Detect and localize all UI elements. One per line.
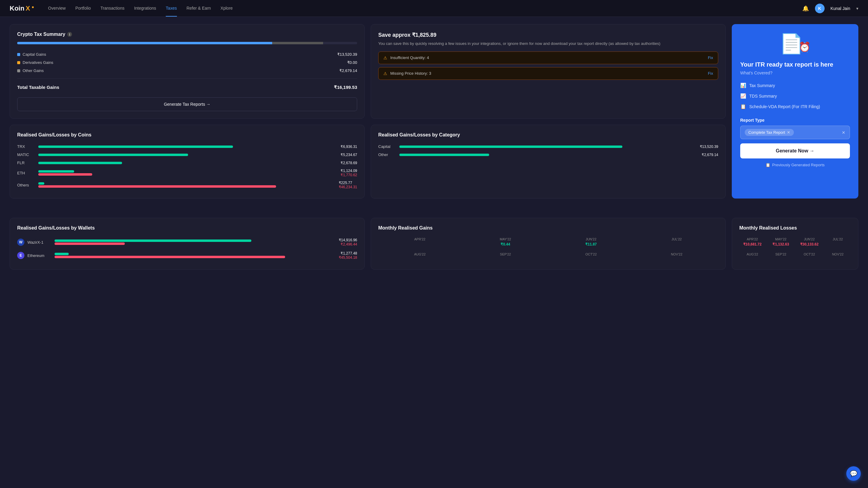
avatar: K [815,4,825,13]
wallet-row-ethereum: E Ethereum ₹1,277.48 ₹45,504.18 [17,249,357,262]
month-loss-value: ₹10,681.72 [741,242,764,247]
generate-now-button[interactable]: Generate Now → [740,143,850,158]
logo-x: X [26,4,30,12]
nav-portfolio[interactable]: Portfolio [75,0,91,17]
tax-summary-card: Crypto Tax Summary ℹ Capital Gains ₹13,5… [10,24,365,119]
generate-tax-reports-button[interactable]: Generate Tax Reports → [17,97,357,111]
bar-red-eth [38,173,92,175]
other-gains-value: ₹2,679.14 [339,68,357,73]
month-gain-value: ₹0.44 [465,242,546,247]
monthly-losses-title: Monthly Realised Losses [739,225,851,231]
chat-button[interactable]: 💬 [846,466,861,481]
fix-link-1[interactable]: Fix [708,56,713,60]
bar-green-flr [38,162,122,164]
wazirx-bar-red [55,242,125,245]
save-approx-card: Save approx ₹1,825.89 You can save this … [371,24,726,119]
alert-insufficient-quantity: ⚠ Insufficient Quantity: 4 Fix [378,52,718,64]
month-col-sep22-loss: SEP'22 [768,251,794,259]
monthly-losses-grid: APR'22 ₹10,681.72 MAY'22 ₹1,132.63 JUN'2… [739,235,851,259]
month-label: NOV'22 [826,253,850,256]
month-loss-value: ₹30,133.62 [798,242,821,247]
report-type-select[interactable]: Complete Tax Report ✕ ✕ [740,126,850,139]
logo-koin: Koin [10,4,24,12]
month-loss-value: ₹1,132.63 [769,242,793,247]
month-col-jul22-loss: JUL'22 [825,235,851,248]
itr-illustration: 📄⏰ [740,33,850,55]
month-col-aug22-loss: AUG'22 [739,251,766,259]
coin-label-others: Others [17,183,35,187]
coin-value-trx: ₹6,936.31 [341,144,357,149]
itr-feature-tds-label: TDS Summary [749,94,777,98]
wallet-bars-ethereum [55,253,336,258]
gains-category-card: Realised Gains/Losses by Category Capita… [371,125,726,198]
navbar: KoinX Overview Portfolio Transactions In… [0,0,868,17]
wazirx-gain-value: ₹14,916.96 [339,238,357,242]
category-label-other: Other [378,153,396,157]
tax-summary-info-icon[interactable]: ℹ [67,32,72,37]
capital-gains-value: ₹13,520.39 [337,52,357,57]
coin-row-others: Others ₹225.77 ₹46,234.31 [17,179,357,191]
dot-gray [17,69,20,72]
wazirx-values: ₹14,916.96 ₹2,496.44 [339,238,357,247]
nav-xplore[interactable]: Xplore [221,0,233,17]
nav-taxes[interactable]: Taxes [166,0,177,17]
other-gains-label: Other Gains [17,68,44,73]
warning-icon-2: ⚠ [383,71,387,76]
wallet-bars-wazirx [55,239,336,245]
category-bar-other [399,154,699,156]
ethereum-bar-red [55,256,285,258]
itr-feature-tds: 📈 TDS Summary [740,91,850,101]
coin-value-matic: ₹5,234.67 [341,153,357,157]
prev-reports-link[interactable]: 📋 Previously Generated Reports [740,163,850,167]
month-label: JUL'22 [826,237,850,241]
chevron-down-icon[interactable]: ▾ [856,6,858,11]
coin-value-flr: ₹2,678.69 [341,161,357,165]
tax-row-capital: Capital Gains ₹13,520.39 [17,50,357,59]
alert-text-2: Missing Price History: 3 [390,71,431,76]
coin-row-eth: ETH ₹1,124.09 ₹1,770.62 [17,167,357,179]
category-value-other: ₹2,679.14 [702,153,718,157]
tax-summary-title: Crypto Tax Summary ℹ [17,32,357,37]
nav-overview[interactable]: Overview [48,0,66,17]
month-label: APR'22 [379,237,460,241]
coin-label-flr: FLR [17,161,35,165]
derivatives-gains-value: ₹0.00 [347,60,357,65]
fix-link-2[interactable]: Fix [708,71,713,76]
wallet-name-wazirx: WazirX-1 [27,240,52,245]
month-label: NOV'22 [636,253,717,256]
coin-bar-trx [38,145,338,148]
month-label: MAY'22 [465,237,546,241]
report-type-tag: Complete Tax Report ✕ [745,129,794,136]
tag-close-icon[interactable]: ✕ [787,130,790,135]
tax-summary-icon: 📊 [740,83,746,88]
select-close-icon[interactable]: ✕ [842,130,845,135]
capital-gains-label: Capital Gains [17,52,46,57]
logo[interactable]: KoinX [10,4,34,12]
main-grid: Crypto Tax Summary ℹ Capital Gains ₹13,5… [0,17,868,206]
tax-row-other: Other Gains ₹2,679.14 [17,67,357,75]
report-type-label: Report Type [740,118,850,123]
itr-feature-vda-label: Schedule-VDA Report (For ITR Filing) [749,104,820,109]
itr-feature-tax-label: Tax Summary [749,83,775,88]
nav-transactions[interactable]: Transactions [100,0,124,17]
coin-bar-matic [38,154,338,156]
wallets-card: Realised Gains/Losses by Wallets W Wazir… [10,218,365,270]
gains-category-title: Realised Gains/Losses by Category [378,132,718,138]
bar-green-matic [38,154,188,156]
coin-bar-eth [38,170,338,175]
tax-summary-label: Crypto Tax Summary [17,32,65,37]
logo-dot [32,6,34,8]
save-description: You can save this by quickly resolving a… [378,41,718,47]
ethereum-values: ₹1,277.48 ₹45,504.18 [339,251,357,260]
derivatives-gains-label: Derivatives Gains [17,60,53,65]
coin-values-eth: ₹1,124.09 ₹1,770.62 [341,169,357,177]
total-row: Total Taxable Gains ₹16,199.53 [17,82,357,93]
total-label: Total Taxable Gains [17,85,59,90]
nav-refer[interactable]: Refer & Earn [187,0,211,17]
itr-card: 📄⏰ Your ITR ready tax report is here Wha… [732,24,858,198]
tax-progress-bar [17,42,357,44]
nav-integrations[interactable]: Integrations [134,0,156,17]
alert-missing-price: ⚠ Missing Price History: 3 Fix [378,67,718,80]
notification-bell-icon[interactable]: 🔔 [802,5,809,12]
wallets-title: Realised Gains/Losses by Wallets [17,225,357,231]
